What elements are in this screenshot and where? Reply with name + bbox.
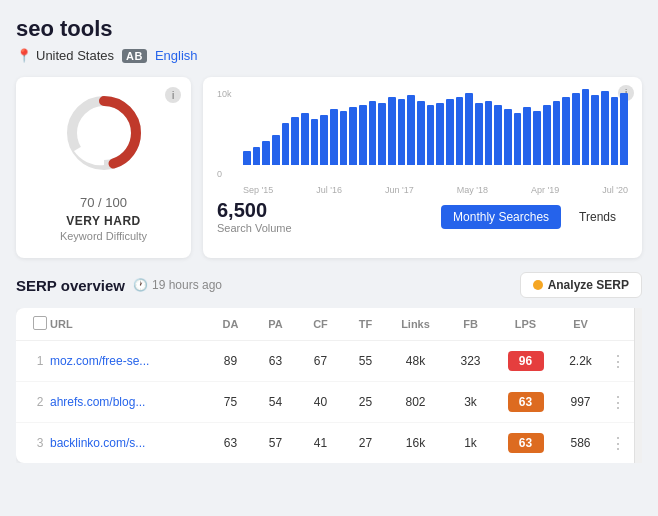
row-more-icon[interactable]: ⋮: [608, 393, 628, 412]
chart-bar: [320, 115, 328, 165]
chart-bar: [582, 89, 590, 165]
analyze-serp-button[interactable]: Analyze SERP: [520, 272, 642, 298]
chart-bar: [504, 109, 512, 165]
language-badge: AB: [122, 49, 147, 63]
row-more-icon[interactable]: ⋮: [608, 352, 628, 371]
row-url[interactable]: moz.com/free-se...: [50, 354, 208, 368]
serp-time: 🕐 19 hours ago: [133, 278, 222, 292]
y-label-top: 10k: [217, 89, 241, 99]
chart-bar: [262, 141, 270, 165]
row-ev: 997: [553, 395, 608, 409]
row-da: 75: [208, 395, 253, 409]
table-row[interactable]: 3 backlinko.com/s... 63 57 41 27 16k 1k …: [16, 423, 642, 463]
row-ev: 2.2k: [553, 354, 608, 368]
chart-bar: [456, 97, 464, 165]
chart-bar: [533, 111, 541, 165]
chart-bar: [378, 103, 386, 165]
row-tf: 55: [343, 354, 388, 368]
top-cards: i 70 / 100 VERY HARD Keyword Difficulty: [16, 77, 642, 258]
col-fb: FB: [443, 318, 498, 330]
resize-handle[interactable]: [634, 308, 642, 463]
kd-card: i 70 / 100 VERY HARD Keyword Difficulty: [16, 77, 191, 258]
kd-donut: [64, 93, 144, 173]
kd-info-icon[interactable]: i: [165, 87, 181, 103]
x-label: Sep '15: [243, 185, 273, 195]
y-label-bottom: 0: [217, 169, 241, 179]
x-label: Apr '19: [531, 185, 559, 195]
row-links: 16k: [388, 436, 443, 450]
chart-bar: [282, 123, 290, 165]
col-pa: PA: [253, 318, 298, 330]
chart-bar: [620, 93, 628, 165]
row-da: 63: [208, 436, 253, 450]
chart-x-labels: Sep '15Jul '16Jun '17May '18Apr '19Jul '…: [217, 185, 628, 195]
page-title: seo tools: [16, 16, 642, 42]
row-lps: 63: [498, 392, 553, 412]
row-url[interactable]: backlinko.com/s...: [50, 436, 208, 450]
serp-title: SERP overview: [16, 277, 125, 294]
clock-icon: 🕐: [133, 278, 148, 292]
row-da: 89: [208, 354, 253, 368]
row-num: 3: [30, 436, 50, 450]
serp-header: SERP overview 🕐 19 hours ago Analyze SER…: [16, 272, 642, 298]
chart-bar: [340, 111, 348, 165]
row-tf: 27: [343, 436, 388, 450]
search-volume-section: 6,500 Search Volume: [217, 199, 292, 234]
kd-difficulty-label: VERY HARD: [66, 214, 141, 228]
row-tf: 25: [343, 395, 388, 409]
chart-bar: [543, 105, 551, 165]
search-volume-number: 6,500: [217, 199, 292, 222]
location-badge[interactable]: 📍 United States: [16, 48, 114, 63]
location-label: United States: [36, 48, 114, 63]
row-fb: 1k: [443, 436, 498, 450]
chart-area: 10k 0: [217, 89, 628, 179]
chart-bar: [243, 151, 251, 165]
lps-badge: 63: [508, 392, 544, 412]
chart-bar: [436, 103, 444, 165]
chart-bar: [485, 101, 493, 165]
analyze-dot: [533, 280, 543, 290]
chart-bar: [523, 107, 531, 165]
chart-bar: [601, 91, 609, 165]
kd-sublabel: Keyword Difficulty: [60, 230, 147, 242]
row-pa: 57: [253, 436, 298, 450]
chart-bar: [349, 107, 357, 165]
col-cf: CF: [298, 318, 343, 330]
row-num: 1: [30, 354, 50, 368]
col-expand: [30, 316, 50, 332]
serp-table-wrapper: URL DA PA CF TF Links FB LPS EV 1 moz.co…: [16, 308, 642, 463]
chart-bar: [475, 103, 483, 165]
col-url: URL: [50, 318, 208, 330]
chart-bar: [417, 101, 425, 165]
serp-title-group: SERP overview 🕐 19 hours ago: [16, 277, 222, 294]
col-links: Links: [388, 318, 443, 330]
location-bar: 📍 United States AB English: [16, 48, 642, 63]
chart-bar: [388, 97, 396, 165]
chart-bar: [465, 93, 473, 165]
search-volume-label: Search Volume: [217, 222, 292, 234]
row-links: 48k: [388, 354, 443, 368]
lps-badge: 63: [508, 433, 544, 453]
x-label: Jun '17: [385, 185, 414, 195]
table-header: URL DA PA CF TF Links FB LPS EV: [16, 308, 642, 341]
expand-icon[interactable]: [33, 316, 47, 330]
kd-score: 70 / 100: [80, 183, 127, 214]
col-lps: LPS: [498, 318, 553, 330]
row-lps: 63: [498, 433, 553, 453]
lps-badge: 96: [508, 351, 544, 371]
col-ev: EV: [553, 318, 608, 330]
chart-bar: [446, 99, 454, 165]
row-more-icon[interactable]: ⋮: [608, 434, 628, 453]
chart-bar: [514, 113, 522, 165]
tab-monthly-searches[interactable]: Monthly Searches: [441, 205, 561, 229]
table-row[interactable]: 2 ahrefs.com/blog... 75 54 40 25 802 3k …: [16, 382, 642, 423]
row-url[interactable]: ahrefs.com/blog...: [50, 395, 208, 409]
col-tf: TF: [343, 318, 388, 330]
table-row[interactable]: 1 moz.com/free-se... 89 63 67 55 48k 323…: [16, 341, 642, 382]
row-cf: 41: [298, 436, 343, 450]
tab-trends[interactable]: Trends: [567, 205, 628, 229]
row-pa: 63: [253, 354, 298, 368]
serp-table: URL DA PA CF TF Links FB LPS EV 1 moz.co…: [16, 308, 642, 463]
row-fb: 323: [443, 354, 498, 368]
row-links: 802: [388, 395, 443, 409]
